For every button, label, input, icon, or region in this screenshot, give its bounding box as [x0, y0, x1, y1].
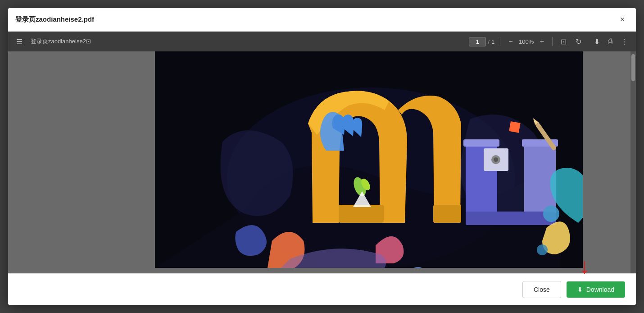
zoom-controls: − 100% + — [506, 36, 547, 47]
modal-close-button[interactable]: × — [616, 14, 629, 26]
rotate-icon[interactable]: ↻ — [573, 36, 584, 48]
scrollbar[interactable] — [630, 51, 636, 273]
title-bar: 登录页zaodianheise2.pdf × — [8, 8, 636, 32]
page-total: 1 — [491, 38, 494, 45]
toolbar-divider-1 — [500, 37, 500, 46]
pdf-toolbar: ☰ 登录页zaodianheise2⊡ / 1 − 100% + ⊡ ↻ ⬇ ⎙… — [8, 32, 636, 51]
zoom-value: 100% — [517, 38, 536, 45]
svg-rect-3 — [433, 205, 461, 223]
sidebar-panel — [8, 51, 107, 273]
toolbar-print-icon[interactable]: ⎙ — [605, 36, 615, 47]
bottom-bar: Close ⬇ Download — [8, 273, 636, 305]
toolbar-divider-2 — [552, 37, 553, 46]
download-btn-icon: ⬇ — [577, 286, 583, 293]
pdf-illustration — [155, 51, 583, 268]
svg-rect-13 — [509, 121, 520, 133]
toolbar-download-icon[interactable]: ⬇ — [591, 36, 603, 48]
svg-rect-6 — [466, 212, 556, 225]
scrollbar-thumb[interactable] — [631, 54, 635, 81]
page-controls: / 1 — [469, 37, 494, 46]
svg-point-11 — [494, 157, 498, 162]
svg-point-20 — [543, 206, 559, 222]
pdf-modal: 登录页zaodianheise2.pdf × ☰ 登录页zaodianheise… — [8, 8, 636, 305]
toolbar-filename: 登录页zaodianheise2⊡ — [31, 37, 91, 46]
page-separator: / — [488, 38, 490, 45]
svg-rect-2 — [339, 205, 384, 223]
content-area — [8, 51, 636, 273]
fit-page-icon[interactable]: ⊡ — [558, 36, 569, 48]
svg-rect-7 — [463, 139, 499, 147]
pdf-page — [155, 51, 583, 268]
svg-point-21 — [537, 244, 548, 255]
menu-icon[interactable]: ☰ — [14, 36, 25, 48]
toolbar-more-icon[interactable]: ⋮ — [618, 36, 630, 48]
zoom-in-button[interactable]: + — [537, 36, 547, 47]
page-input-group — [469, 37, 486, 46]
toolbar-right-icons: ⬇ ⎙ ⋮ — [591, 36, 630, 48]
close-action-button[interactable]: Close — [522, 281, 561, 298]
download-btn-label: Download — [586, 286, 614, 293]
pdf-canvas — [107, 51, 630, 273]
zoom-out-button[interactable]: − — [506, 36, 515, 47]
page-input[interactable] — [472, 38, 483, 45]
modal-title: 登录页zaodianheise2.pdf — [15, 15, 94, 24]
download-button[interactable]: ⬇ Download — [567, 281, 625, 298]
